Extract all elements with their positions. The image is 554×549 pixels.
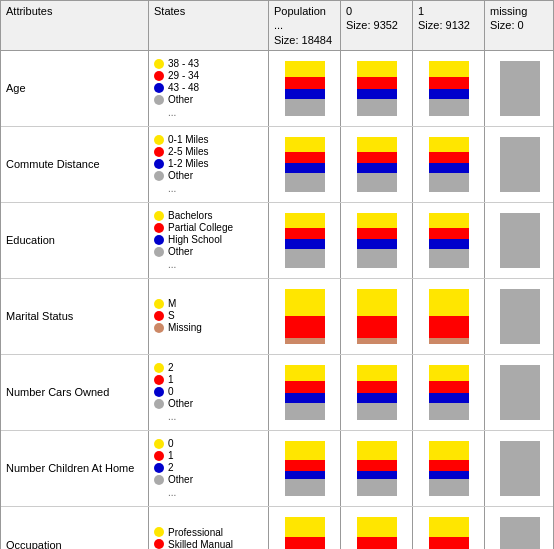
state-item: Skilled Manual: [154, 539, 263, 549]
table-row: Marital StatusMSMissing: [1, 279, 553, 355]
state-label: 1: [168, 374, 174, 385]
state-label: 0: [168, 386, 174, 397]
bar-chart: [357, 289, 397, 344]
bar-segment: [285, 249, 325, 268]
chart-cell: [413, 507, 485, 549]
bar-chart: [285, 365, 325, 420]
bar-chart: [429, 213, 469, 268]
state-dot: [154, 463, 164, 473]
state-label: Other: [168, 170, 193, 181]
chart-cell: [413, 355, 485, 430]
table-row: Age38 - 4329 - 3443 - 48Other...: [1, 51, 553, 127]
state-item: 0: [154, 386, 263, 397]
state-dot: [154, 399, 164, 409]
bar-chart: [285, 61, 325, 116]
state-item: Other: [154, 170, 263, 181]
state-label: 2: [168, 362, 174, 373]
bar-segment: [357, 239, 397, 249]
bar-segment: [429, 381, 469, 393]
state-dot: [154, 171, 164, 181]
main-table: Attributes States Population ... Size: 1…: [0, 0, 554, 549]
bar-segment: [357, 77, 397, 89]
bar-chart: [357, 213, 397, 268]
bar-segment: [429, 460, 469, 471]
states-cell: 012Other...: [149, 431, 269, 506]
bar-segment: [357, 537, 397, 549]
bar-segment: [429, 479, 469, 496]
state-item: Other: [154, 474, 263, 485]
bar-segment: [429, 99, 469, 116]
state-dot: [154, 363, 164, 373]
state-label: S: [168, 310, 175, 321]
chart-cell: [485, 51, 554, 126]
table-row: EducationBachelorsPartial CollegeHigh Sc…: [1, 203, 553, 279]
bar-chart: [285, 137, 325, 192]
state-label: 1: [168, 450, 174, 461]
state-label: Partial College: [168, 222, 233, 233]
states-cell: 38 - 4329 - 3443 - 48Other...: [149, 51, 269, 126]
bar-segment: [285, 152, 325, 163]
state-label: 1-2 Miles: [168, 158, 209, 169]
gray-block: [500, 61, 540, 116]
chart-cell: [413, 431, 485, 506]
bar-segment: [357, 441, 397, 460]
state-dot: [154, 59, 164, 69]
state-dot: [154, 247, 164, 257]
state-item: M: [154, 298, 263, 309]
bar-segment: [285, 365, 325, 382]
state-dot: [154, 235, 164, 245]
bar-segment: [357, 365, 397, 382]
bar-chart: [357, 137, 397, 192]
rows-container: Age38 - 4329 - 3443 - 48Other...Commute …: [1, 51, 553, 549]
bar-segment: [429, 289, 469, 317]
chart-cell: [485, 355, 554, 430]
state-label: M: [168, 298, 176, 309]
bar-chart: [357, 517, 397, 549]
bar-segment: [429, 152, 469, 163]
bar-segment: [429, 403, 469, 420]
state-dot: [154, 475, 164, 485]
bar-chart: [429, 517, 469, 549]
chart-cell: [485, 431, 554, 506]
bar-segment: [357, 152, 397, 163]
states-cell: 210Other...: [149, 355, 269, 430]
state-label: High School: [168, 234, 222, 245]
bar-segment: [429, 471, 469, 479]
bar-segment: [429, 365, 469, 382]
chart-cell: [341, 127, 413, 202]
bar-segment: [357, 173, 397, 192]
state-dot: [154, 387, 164, 397]
bar-segment: [357, 228, 397, 239]
bar-chart: [285, 441, 325, 496]
bar-segment: [285, 213, 325, 228]
state-item: 0-1 Miles: [154, 134, 263, 145]
state-item: 0: [154, 438, 263, 449]
chart-cell: [269, 127, 341, 202]
bar-segment: [429, 61, 469, 78]
bar-segment: [285, 441, 325, 460]
state-label: Professional: [168, 527, 223, 538]
bar-segment: [285, 393, 325, 403]
gray-block: [500, 213, 540, 268]
table-row: Number Children At Home012Other...: [1, 431, 553, 507]
bar-segment: [285, 460, 325, 471]
state-label: 43 - 48: [168, 82, 199, 93]
state-item: 43 - 48: [154, 82, 263, 93]
chart-cell: [269, 431, 341, 506]
bar-segment: [357, 460, 397, 471]
bar-segment: [285, 228, 325, 239]
chart-cell: [341, 507, 413, 549]
state-label: Other: [168, 398, 193, 409]
bar-chart: [285, 517, 325, 549]
state-item: S: [154, 310, 263, 321]
bar-segment: [429, 89, 469, 99]
state-dot: [154, 311, 164, 321]
state-label: Missing: [168, 322, 202, 333]
bar-segment: [357, 479, 397, 496]
header-col0: 0 Size: 9352: [341, 1, 413, 50]
state-dot: [154, 451, 164, 461]
header-missing: missing Size: 0: [485, 1, 554, 50]
bar-chart: [429, 441, 469, 496]
bar-segment: [285, 479, 325, 496]
bar-segment: [429, 249, 469, 268]
